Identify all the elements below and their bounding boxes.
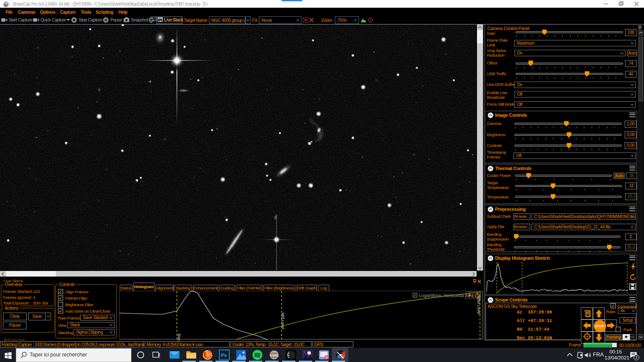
svg-text:Ps: Ps [221, 353, 227, 358]
